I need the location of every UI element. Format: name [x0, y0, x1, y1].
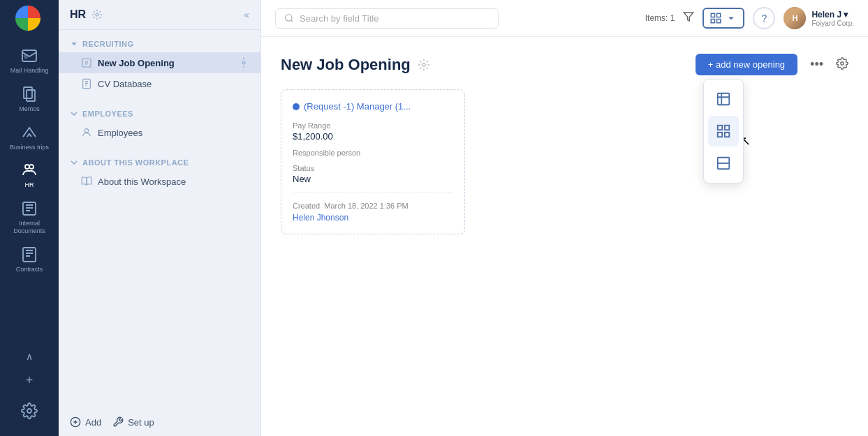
svg-rect-6 [23, 202, 36, 215]
nav-item-settings-icon[interactable] [238, 57, 249, 68]
svg-rect-21 [718, 93, 730, 105]
svg-point-4 [25, 165, 29, 169]
chevron-down-icon [70, 110, 78, 118]
sidebar-add-btn[interactable]: + [18, 368, 41, 394]
sidebar-item-internal-documents[interactable]: Internal Documents [0, 195, 59, 241]
hr-settings-icon[interactable] [91, 9, 103, 20]
responsible-label: Responsible person [293, 149, 453, 157]
card-pay-range: Pay Range $1,200.00 [293, 121, 453, 142]
items-count: Items: 1 [645, 13, 675, 23]
svg-rect-2 [24, 87, 32, 98]
sidebar-expand-btn[interactable]: ∧ [23, 348, 36, 365]
svg-rect-17 [712, 20, 715, 23]
card-dot [293, 103, 300, 110]
nav-item-new-job-opening[interactable]: New Job Opening [59, 52, 260, 73]
sidebar-item-contracts[interactable]: Contracts [0, 241, 59, 279]
about-workplace-section-header[interactable]: ABOUT THIS WORKPLACE [59, 154, 260, 171]
recruiting-section-header[interactable]: RECRUITING [59, 36, 260, 52]
workspace-icon [81, 176, 92, 187]
status-label: Status [293, 164, 453, 172]
svg-rect-1 [24, 54, 28, 59]
icon-sidebar: Mail Handling Memos Business trips HR In… [0, 0, 59, 436]
filter-btn[interactable] [683, 11, 694, 25]
left-nav-header: HR « [59, 0, 260, 30]
svg-rect-3 [27, 90, 35, 101]
page-title: New Job Opening [281, 56, 411, 74]
card-divider [293, 193, 453, 193]
card-grid: (Request -1) Manager (1... Pay Range $1,… [281, 89, 848, 234]
add-icon [70, 416, 81, 428]
chevron-down-icon [70, 40, 78, 48]
job-opening-icon [81, 57, 92, 68]
svg-point-8 [96, 13, 98, 16]
svg-point-19 [422, 63, 426, 66]
svg-rect-11 [83, 79, 91, 88]
search-icon [284, 13, 294, 23]
user-name: Helen J ▾ [811, 10, 854, 20]
sidebar-item-mail-handling[interactable]: Mail Handling [0, 42, 59, 80]
page-content: New Job Opening + add new opening ••• (R… [261, 37, 868, 436]
svg-rect-7 [23, 248, 36, 262]
recruiting-section: RECRUITING New Job Opening CV Database [59, 30, 260, 100]
help-btn[interactable]: ? [753, 7, 775, 29]
view-options-dropdown [703, 79, 744, 183]
search-bar[interactable]: Search by field Title [275, 8, 499, 29]
employees-section-header[interactable]: EMPLOYEES [59, 105, 260, 122]
app-logo[interactable] [15, 6, 43, 33]
top-bar-right: Items: 1 ? H Helen J ▾ Foiyard Corp. [645, 7, 854, 29]
status-value: New [293, 174, 453, 184]
svg-rect-24 [718, 133, 722, 137]
sidebar-bottom: ∧ + [18, 348, 41, 430]
top-bar: Search by field Title Items: 1 ? H Helen… [261, 0, 868, 37]
grid-view-icon [709, 12, 722, 24]
job-card: (Request -1) Manager (1... Pay Range $1,… [281, 89, 465, 234]
svg-rect-23 [725, 126, 729, 130]
page-config-btn[interactable] [836, 57, 848, 73]
setup-btn[interactable]: Set up [112, 416, 154, 428]
about-workplace-section: ABOUT THIS WORKPLACE About this Workspac… [59, 149, 260, 197]
view-dropdown-btn[interactable] [703, 8, 744, 29]
card-status: Status New [293, 164, 453, 184]
svg-rect-18 [717, 20, 721, 23]
user-info[interactable]: H Helen J ▾ Foiyard Corp. [784, 7, 854, 29]
pay-range-value: $1,200.00 [293, 131, 453, 142]
cv-icon [81, 78, 92, 89]
chevron-down-icon [70, 158, 78, 167]
sidebar-item-hr[interactable]: HR [0, 156, 59, 195]
card-title[interactable]: (Request -1) Manager (1... [304, 101, 411, 112]
page-settings-icon[interactable] [418, 59, 430, 71]
collapse-nav-btn[interactable]: « [244, 9, 249, 20]
chevron-down-icon [725, 12, 737, 24]
left-nav-title: HR [70, 8, 103, 21]
view-option-grid-large[interactable] [708, 84, 739, 114]
card-creator[interactable]: Helen Jhonson [293, 213, 453, 223]
card-meta: Created March 18, 2022 1:36 PM [293, 202, 453, 210]
svg-point-5 [29, 165, 34, 169]
svg-rect-22 [718, 126, 722, 130]
sidebar-settings-btn[interactable] [18, 397, 41, 425]
user-avatar: H [784, 7, 806, 29]
nav-item-about-workspace[interactable]: About this Workspace [59, 171, 260, 192]
svg-rect-16 [717, 13, 721, 17]
left-nav: HR « RECRUITING New Job Opening CV Datab… [59, 0, 261, 436]
sidebar-item-business-trips[interactable]: Business trips [0, 119, 59, 157]
add-opening-btn[interactable]: + add new opening [696, 54, 797, 75]
view-option-split[interactable] [708, 148, 739, 179]
svg-point-12 [84, 129, 88, 133]
user-details: Helen J ▾ Foiyard Corp. [811, 10, 854, 27]
sidebar-item-memos[interactable]: Memos [0, 80, 59, 119]
employees-icon [81, 127, 92, 138]
svg-rect-15 [712, 13, 715, 17]
wrench-icon [112, 416, 124, 428]
page-title-area: New Job Opening [281, 56, 430, 74]
more-options-btn[interactable]: ••• [804, 54, 829, 75]
view-option-grid-medium[interactable] [708, 116, 739, 146]
nav-item-cv-database[interactable]: CV Database [59, 73, 260, 94]
add-section-btn[interactable]: Add [70, 416, 101, 428]
nav-footer: Add Set up [59, 408, 260, 436]
svg-point-10 [242, 61, 245, 64]
nav-item-employees[interactable]: Employees [59, 122, 260, 143]
page-actions: + add new opening ••• [696, 54, 848, 75]
pay-range-label: Pay Range [293, 121, 453, 130]
page-header: New Job Opening + add new opening ••• [281, 54, 848, 75]
